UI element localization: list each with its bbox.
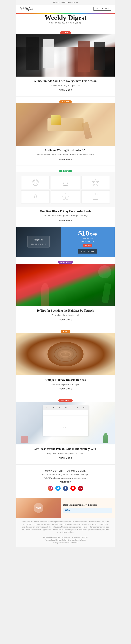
beauty-title: At-Home Waxing Kits Under $25 (20, 148, 111, 152)
email-container: View this email in your browser fabfitfu… (16, 0, 115, 547)
footer-links: Terms of Use | Privacy Policy | Stop Mem… (21, 539, 110, 542)
svg-rect-7 (49, 487, 51, 490)
promo-strip-qa: Q&A (63, 508, 112, 513)
beauty-image (16, 103, 115, 146)
style-read-more[interactable]: READ MORE (59, 89, 72, 91)
promo-strip-content: Best Thanksgiving T.V. Episodes Q&A (61, 498, 115, 518)
svg-point-2 (65, 196, 66, 198)
svg-point-8 (50, 488, 51, 489)
promo-box: fabfitfun SEASONAL BOX $10 OFF your firs… (16, 227, 115, 257)
style-image (16, 34, 115, 76)
promo-strip-image: PHOTO (16, 498, 61, 518)
youtube-icon[interactable] (70, 486, 76, 491)
header-cta-button[interactable]: GET THE BOX (93, 7, 111, 11)
insider-read-more[interactable]: READ MORE (59, 219, 72, 221)
social-hashtag: #fabfitfun (20, 480, 111, 483)
wellness-section: WELLNESS 10 Tips for Spending the Holida… (16, 257, 115, 326)
footer-unsub[interactable]: Manage Notifications/Unsubscribe (21, 542, 110, 544)
promo-small-text: your first box (82, 237, 93, 240)
social-desc-2: FabFitFun box content, giveaways, and mo… (20, 477, 111, 479)
logo: fabfitfun (20, 6, 33, 11)
food-image (16, 333, 115, 376)
jewelry-grid (16, 172, 115, 207)
jewelry-item-3 (81, 176, 110, 189)
instagram-icon[interactable] (48, 486, 53, 491)
jewelry-item-2 (51, 176, 80, 189)
insider-section: INSIDER (16, 166, 115, 226)
style-desc: Spoiler alert: they're super cute. (23, 84, 108, 87)
food-section: FOOD Unique Holiday Dessert Recipes Just… (16, 326, 115, 395)
wellness-image (16, 264, 115, 306)
insider-badge: INSIDER (59, 170, 72, 172)
shopping-title: Gift Ideas for the Person Who Is Indefin… (20, 447, 111, 451)
footer-disclaimer: *Offer only valid for new customers purc… (16, 518, 115, 547)
beauty-read-more[interactable]: READ MORE (59, 158, 72, 160)
email-header: fabfitfun GET THE BOX (16, 4, 115, 13)
promo-cta-button[interactable]: GET THE BOX (78, 249, 97, 254)
beauty-badge: BEAUTY (59, 100, 72, 103)
twitter-icon[interactable] (55, 486, 61, 491)
social-section: CONNECT WITH US ON SOCIAL Visit our Inst… (16, 464, 115, 498)
shopping-desc: Help make their workspace a bit cozier! (23, 452, 108, 455)
promo-amount: $10 (78, 230, 89, 236)
food-badge: FOOD (61, 330, 71, 333)
jewelry-item-5 (51, 190, 80, 204)
wellness-title: 10 Tips for Spending the Holidays by You… (20, 309, 111, 312)
svg-point-1 (35, 193, 36, 194)
food-title: Unique Holiday Dessert Recipes (20, 378, 111, 382)
connect-title: CONNECT WITH US ON SOCIAL (20, 470, 111, 472)
social-icons (20, 486, 111, 491)
promo-brand: fabfitfun (31, 238, 46, 241)
shopping-image: SMTWTFS (16, 402, 115, 444)
svg-point-0 (65, 178, 66, 180)
top-bar: View this email in your browser (16, 0, 115, 4)
social-desc-1: Visit our Instagram @fabfitfun for fun l… (20, 474, 111, 476)
disclaimer-text: *Offer only valid for new customers purc… (21, 520, 110, 534)
weekly-digest-header: Weekly Digest TOP STORIES OF THE WEEK (16, 14, 115, 27)
style-badge: STYLE (60, 31, 71, 34)
style-section: STYLE 5 Shoe Trends You'll See Everywher… (16, 27, 115, 96)
style-title: 5 Shoe Trends You'll See Everywhere This… (20, 79, 111, 83)
shopping-badge: SHOPPING (58, 399, 73, 402)
wellness-desc: Therapists share how to deal. (23, 314, 108, 317)
wellness-read-more[interactable]: READ MORE (59, 319, 72, 321)
digest-title: Weekly Digest (16, 14, 115, 22)
food-read-more[interactable]: READ MORE (59, 388, 72, 390)
promo-strip: PHOTO Best Thanksgiving T.V. Episodes Q&… (16, 498, 115, 518)
facebook-icon[interactable] (63, 486, 68, 491)
promo-image: fabfitfun SEASONAL BOX (16, 227, 61, 257)
promo-code: SMILE (83, 244, 92, 247)
view-in-browser-link[interactable]: View this email in your browser (53, 1, 78, 3)
pinterest-icon[interactable] (78, 486, 83, 491)
beauty-section: BEAUTY At-Home Waxing Kits Under $25 Whe… (16, 96, 115, 166)
promo-use-code: use promo code (81, 240, 94, 243)
beauty-desc: Whether you want to clean up your brows … (23, 153, 108, 156)
promo-offer: $10 OFF your first box use promo code SM… (61, 227, 115, 257)
digest-subtitle: TOP STORIES OF THE WEEK (16, 22, 115, 24)
shopping-section: SHOPPING SMTWTFS (16, 395, 115, 464)
insider-title: Our Best Black Friday Doorbuster Deals (20, 210, 111, 213)
svg-point-9 (51, 488, 51, 488)
jewelry-item-4 (21, 190, 50, 204)
footer-address: FabFitFun • 1425 N. La Cienega Blvd Los … (21, 536, 110, 539)
jewelry-item-6 (81, 190, 110, 204)
promo-off: OFF (90, 232, 97, 236)
jewelry-item-1 (21, 176, 50, 189)
insider-desc: You can snag these goodies through Satur… (23, 214, 108, 218)
promo-strip-title: Best Thanksgiving T.V. Episodes (63, 503, 112, 506)
food-desc: Just in case you're sick of pie. (23, 383, 108, 386)
wellness-badge: WELLNESS (58, 261, 73, 264)
shopping-read-more[interactable]: READ MORE (59, 457, 72, 459)
